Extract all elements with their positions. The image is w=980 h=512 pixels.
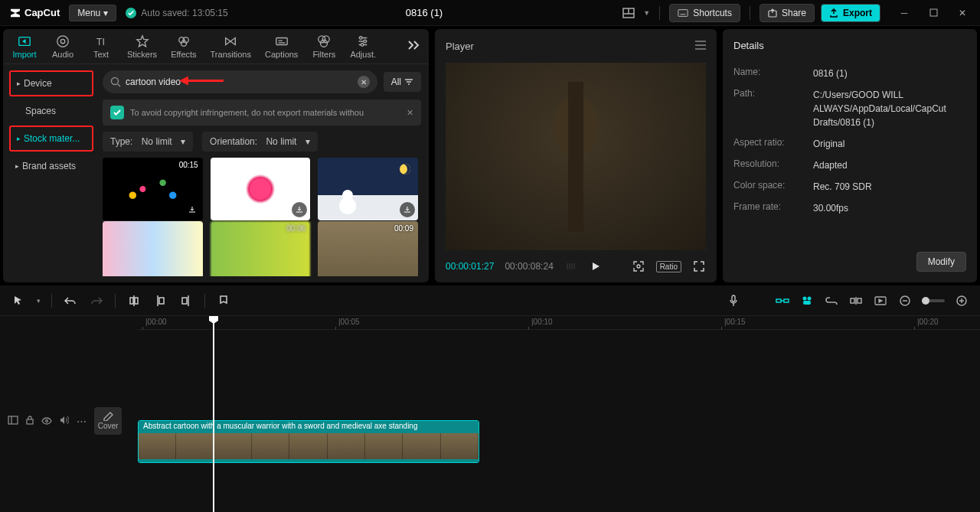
tab-filters[interactable]: Filters <box>305 31 342 62</box>
tab-stickers[interactable]: Stickers <box>121 31 163 62</box>
player-title: Player <box>446 41 474 52</box>
sidenav-brand-assets[interactable]: ▸Brand assets <box>9 155 93 178</box>
share-icon <box>768 8 777 18</box>
chevron-down-icon: ▾ <box>181 136 185 147</box>
svg-point-22 <box>321 40 328 47</box>
stock-thumbnail[interactable]: 00:09 <box>318 221 418 277</box>
sidenav-device[interactable]: ▸Device <box>9 70 93 96</box>
magnet-toggle[interactable] <box>775 293 790 308</box>
tabs-scroll-right[interactable] <box>403 40 426 53</box>
clip-title: Abstract cartoon with a muscular warrior… <box>139 421 479 433</box>
stock-thumbnail[interactable] <box>211 158 311 220</box>
thumb-duration: 00:15 <box>179 161 198 169</box>
chevron-down-icon: ▾ <box>305 136 310 147</box>
pencil-icon <box>103 412 113 421</box>
export-button[interactable]: Export <box>821 4 880 22</box>
pointer-tool[interactable] <box>11 293 26 308</box>
player-viewport[interactable] <box>446 63 706 250</box>
timeline-tracks[interactable]: Abstract cartoon with a muscular warrior… <box>138 330 980 512</box>
filters-icon <box>317 34 331 48</box>
zoom-slider[interactable] <box>922 299 945 302</box>
svg-rect-45 <box>135 298 138 304</box>
chevron-down-icon[interactable]: ▼ <box>643 9 650 17</box>
fullscreen-button[interactable] <box>692 259 706 273</box>
svg-point-11 <box>57 35 68 46</box>
sidenav-stock-materials[interactable]: ▸Stock mater... <box>9 126 93 152</box>
chain-toggle[interactable] <box>824 293 839 308</box>
timeline-clip[interactable]: Abstract cartoon with a muscular warrior… <box>138 420 479 463</box>
zoom-in-button[interactable] <box>954 293 969 308</box>
menu-button[interactable]: Menu ▾ <box>69 5 116 21</box>
app-name: CapCut <box>24 7 60 18</box>
transitions-icon <box>224 34 237 48</box>
player-menu-icon[interactable] <box>695 41 706 52</box>
play-button[interactable] <box>589 259 603 273</box>
search-scope-all[interactable]: All <box>384 72 421 92</box>
svg-rect-9 <box>930 9 937 16</box>
close-button[interactable]: ✕ <box>954 5 971 21</box>
modify-button[interactable]: Modify <box>916 252 966 272</box>
redo-button[interactable] <box>89 293 104 308</box>
stock-thumbnail[interactable]: 00:06 <box>211 221 311 277</box>
zoom-out-button[interactable] <box>897 293 913 308</box>
clear-search-button[interactable]: ✕ <box>358 76 370 88</box>
sidenav-spaces[interactable]: Spaces <box>9 99 93 122</box>
cover-button[interactable]: Cover <box>94 407 122 435</box>
eye-icon[interactable] <box>41 416 52 427</box>
filter-type[interactable]: Type: No limit ▾ <box>103 132 193 152</box>
track-options-icon[interactable] <box>8 416 18 427</box>
playhead[interactable] <box>213 316 214 512</box>
download-icon[interactable] <box>185 202 200 217</box>
svg-line-30 <box>118 84 120 86</box>
ratio-button[interactable]: Ratio <box>656 261 681 272</box>
tab-text[interactable]: TIText <box>83 31 119 62</box>
speaker-icon[interactable] <box>60 416 69 427</box>
timeline-ruler[interactable]: |00:00 |00:05 |00:10 |00:15 |00:20 <box>138 316 980 330</box>
more-icon[interactable]: ⋯ <box>77 416 87 427</box>
maximize-button[interactable] <box>925 5 942 21</box>
tab-audio[interactable]: Audio <box>44 31 81 62</box>
mic-button[interactable] <box>726 293 741 308</box>
download-icon[interactable] <box>292 202 307 217</box>
chevron-down-icon[interactable]: ▾ <box>37 297 41 305</box>
detail-value-resolution: Adapted <box>813 158 966 172</box>
svg-point-55 <box>808 296 812 300</box>
tab-import[interactable]: Import <box>6 31 43 62</box>
split-left-tool[interactable] <box>152 293 168 308</box>
tab-effects[interactable]: Effects <box>165 31 202 62</box>
minimize-button[interactable]: ─ <box>896 5 913 21</box>
project-title: 0816 (1) <box>237 7 612 18</box>
filter-orientation[interactable]: Orientation: No limit ▾ <box>202 132 318 152</box>
preview-toggle[interactable] <box>873 293 888 308</box>
snap-toggle[interactable] <box>848 293 864 308</box>
tab-transitions[interactable]: Transitions <box>204 31 257 62</box>
detail-value-fps: 30.00fps <box>813 201 966 215</box>
thumb-duration: 00:09 <box>394 224 413 233</box>
lock-icon[interactable] <box>26 416 34 427</box>
shortcuts-button[interactable]: Shortcuts <box>669 4 740 22</box>
detail-label-colorspace: Color space: <box>733 180 813 194</box>
undo-button[interactable] <box>63 293 78 308</box>
layout-icon[interactable] <box>620 5 637 21</box>
tab-adjust[interactable]: Adjust. <box>344 31 382 62</box>
svg-rect-68 <box>27 419 33 424</box>
stock-thumbnail[interactable]: 00:15 <box>103 158 203 220</box>
share-button[interactable]: Share <box>760 4 815 22</box>
stock-thumbnail[interactable] <box>103 221 203 277</box>
tab-captions[interactable]: Captions <box>259 31 304 62</box>
link-toggle[interactable] <box>799 293 815 308</box>
app-logo: CapCut <box>9 7 60 19</box>
marker-tool[interactable] <box>216 293 231 308</box>
prev-frame-button[interactable] <box>564 259 578 273</box>
warning-close-button[interactable]: ✕ <box>407 108 413 118</box>
scale-fit-icon[interactable] <box>632 259 645 273</box>
split-right-tool[interactable] <box>178 293 194 308</box>
shield-icon <box>110 106 124 119</box>
search-input[interactable] <box>126 77 353 87</box>
svg-rect-3 <box>678 9 688 16</box>
split-tool[interactable] <box>126 293 142 308</box>
svg-rect-50 <box>732 295 735 302</box>
svg-point-12 <box>60 39 64 43</box>
stock-thumbnail[interactable] <box>318 158 418 220</box>
download-icon[interactable] <box>400 202 415 217</box>
